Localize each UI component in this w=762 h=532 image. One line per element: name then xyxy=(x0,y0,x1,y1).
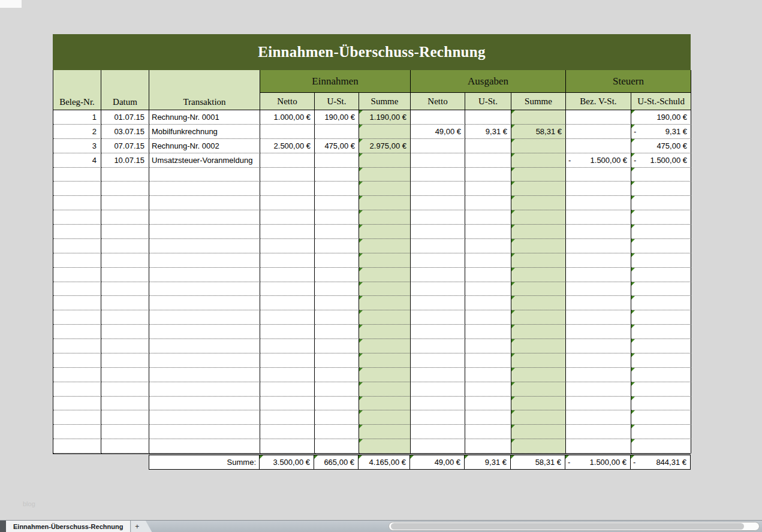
column-header-einnahmen-ust[interactable]: U-St. xyxy=(315,93,359,110)
cell-e-summe-row4[interactable] xyxy=(359,153,411,168)
cell-e-ust-row10[interactable] xyxy=(315,239,359,253)
summary-cell-einnahmen-netto[interactable]: 3.500,00 € xyxy=(260,455,314,470)
cell-a-netto-row16[interactable] xyxy=(411,325,465,339)
cell-a-ust-row13[interactable] xyxy=(465,282,511,297)
cell-ust-schuld-row8[interactable] xyxy=(631,210,691,225)
cell-ust-schuld-row11[interactable] xyxy=(631,253,691,268)
column-header-beleg-nr[interactable]: Beleg-Nr. xyxy=(53,70,101,110)
cell-a-summe-row20[interactable] xyxy=(511,382,566,397)
cell-beleg-row1[interactable]: 1 xyxy=(53,110,101,125)
cell-ust-schuld-row10[interactable] xyxy=(631,239,691,253)
cell-a-netto-row20[interactable] xyxy=(411,382,465,397)
cell-datum-row3[interactable]: 07.07.15 xyxy=(101,139,149,153)
cell-a-ust-row23[interactable] xyxy=(465,425,511,439)
cell-transaktion-row19[interactable] xyxy=(149,368,260,382)
cell-beleg-row24[interactable] xyxy=(53,439,101,454)
cell-e-netto-row12[interactable] xyxy=(260,268,315,282)
cell-transaktion-row24[interactable] xyxy=(149,439,260,454)
cell-a-netto-row23[interactable] xyxy=(411,425,465,439)
cell-e-summe-row11[interactable] xyxy=(359,253,411,268)
cell-datum-row20[interactable] xyxy=(101,382,149,397)
cell-ust-schuld-row19[interactable] xyxy=(631,368,691,382)
cell-a-netto-row19[interactable] xyxy=(411,368,465,382)
cell-beleg-row6[interactable] xyxy=(53,182,101,196)
cell-e-netto-row2[interactable] xyxy=(260,125,315,139)
cell-datum-row7[interactable] xyxy=(101,196,149,210)
cell-a-netto-row5[interactable] xyxy=(411,168,465,182)
cell-bez-vst-row24[interactable] xyxy=(566,439,631,454)
cell-a-ust-row1[interactable] xyxy=(465,110,511,125)
cell-e-summe-row22[interactable] xyxy=(359,410,411,425)
cell-e-ust-row12[interactable] xyxy=(315,268,359,282)
cell-a-netto-row8[interactable] xyxy=(411,210,465,225)
cell-a-ust-row17[interactable] xyxy=(465,339,511,353)
cell-a-ust-row3[interactable] xyxy=(465,139,511,153)
cell-transaktion-row20[interactable] xyxy=(149,382,260,397)
cell-beleg-row19[interactable] xyxy=(53,368,101,382)
cell-e-summe-row9[interactable] xyxy=(359,225,411,239)
cell-e-ust-row24[interactable] xyxy=(315,439,359,454)
cell-a-ust-row12[interactable] xyxy=(465,268,511,282)
cell-datum-row18[interactable] xyxy=(101,353,149,368)
cell-e-netto-row17[interactable] xyxy=(260,339,315,353)
cell-bez-vst-row5[interactable] xyxy=(566,168,631,182)
cell-e-ust-row1[interactable]: 190,00 € xyxy=(315,110,359,125)
cell-transaktion-row16[interactable] xyxy=(149,325,260,339)
cell-beleg-row10[interactable] xyxy=(53,239,101,253)
cell-a-ust-row20[interactable] xyxy=(465,382,511,397)
cell-beleg-row2[interactable]: 2 xyxy=(53,125,101,139)
cell-ust-schuld-row15[interactable] xyxy=(631,310,691,325)
cell-e-netto-row8[interactable] xyxy=(260,210,315,225)
cell-e-netto-row24[interactable] xyxy=(260,439,315,454)
column-header-ausgaben-netto[interactable]: Netto xyxy=(411,93,465,110)
cell-e-netto-row9[interactable] xyxy=(260,225,315,239)
cell-beleg-row22[interactable] xyxy=(53,410,101,425)
cell-a-netto-row3[interactable] xyxy=(411,139,465,153)
cell-e-netto-row7[interactable] xyxy=(260,196,315,210)
cell-e-ust-row5[interactable] xyxy=(315,168,359,182)
cell-e-ust-row14[interactable] xyxy=(315,296,359,310)
cell-a-ust-row24[interactable] xyxy=(465,439,511,454)
cell-a-ust-row5[interactable] xyxy=(465,168,511,182)
cell-e-ust-row6[interactable] xyxy=(315,182,359,196)
cell-e-ust-row3[interactable]: 475,00 € xyxy=(315,139,359,153)
cell-beleg-row11[interactable] xyxy=(53,253,101,268)
cell-beleg-row17[interactable] xyxy=(53,339,101,353)
cell-e-netto-row3[interactable]: 2.500,00 € xyxy=(260,139,315,153)
cell-e-netto-row18[interactable] xyxy=(260,353,315,368)
cell-a-netto-row12[interactable] xyxy=(411,268,465,282)
cell-e-netto-row16[interactable] xyxy=(260,325,315,339)
cell-bez-vst-row4[interactable]: -1.500,00 € xyxy=(566,153,631,168)
cell-a-summe-row6[interactable] xyxy=(511,182,566,196)
cell-a-netto-row6[interactable] xyxy=(411,182,465,196)
cell-ust-schuld-row12[interactable] xyxy=(631,268,691,282)
cell-ust-schuld-row14[interactable] xyxy=(631,296,691,310)
cell-beleg-row13[interactable] xyxy=(53,282,101,297)
cell-ust-schuld-row23[interactable] xyxy=(631,425,691,439)
cell-a-summe-row16[interactable] xyxy=(511,325,566,339)
cell-datum-row6[interactable] xyxy=(101,182,149,196)
cell-a-ust-row2[interactable]: 9,31 € xyxy=(465,125,511,139)
cell-a-summe-row18[interactable] xyxy=(511,353,566,368)
cell-e-netto-row15[interactable] xyxy=(260,310,315,325)
cell-e-summe-row12[interactable] xyxy=(359,268,411,282)
cell-transaktion-row23[interactable] xyxy=(149,425,260,439)
cell-transaktion-row18[interactable] xyxy=(149,353,260,368)
group-header-einnahmen[interactable]: Einnahmen xyxy=(260,70,411,93)
cell-a-ust-row11[interactable] xyxy=(465,253,511,268)
cell-a-netto-row10[interactable] xyxy=(411,239,465,253)
cell-bez-vst-row21[interactable] xyxy=(566,397,631,411)
cell-a-netto-row22[interactable] xyxy=(411,410,465,425)
cell-e-netto-row22[interactable] xyxy=(260,410,315,425)
column-header-einnahmen-summe[interactable]: Summe xyxy=(359,93,411,110)
cell-bez-vst-row14[interactable] xyxy=(566,296,631,310)
cell-a-ust-row19[interactable] xyxy=(465,368,511,382)
cell-transaktion-row14[interactable] xyxy=(149,296,260,310)
cell-a-ust-row9[interactable] xyxy=(465,225,511,239)
cell-transaktion-row7[interactable] xyxy=(149,196,260,210)
cell-e-netto-row4[interactable] xyxy=(260,153,315,168)
cell-e-netto-row14[interactable] xyxy=(260,296,315,310)
cell-a-netto-row1[interactable] xyxy=(411,110,465,125)
cell-a-summe-row22[interactable] xyxy=(511,410,566,425)
cell-e-ust-row17[interactable] xyxy=(315,339,359,353)
